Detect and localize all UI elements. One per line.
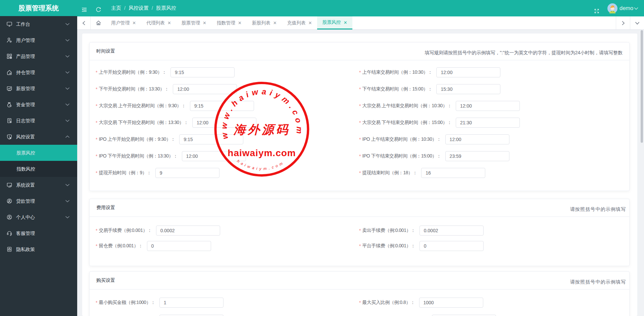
- svg-text:haiwaiym.com: haiwaiym.com: [228, 148, 296, 158]
- svg-text:haiwaiym.com: haiwaiym.com: [236, 159, 284, 171]
- svg-text:海外源码: 海外源码: [233, 123, 290, 136]
